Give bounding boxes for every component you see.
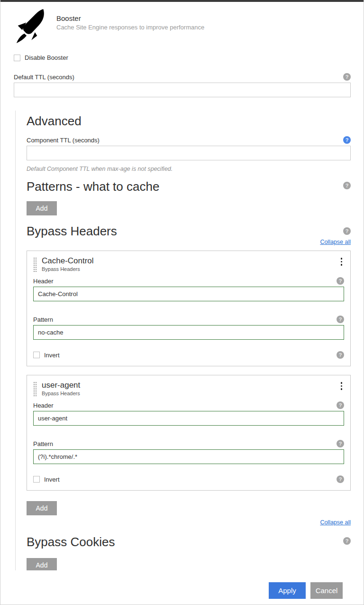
bypass-cookies-heading: Bypass Cookies xyxy=(27,533,115,550)
help-icon[interactable]: ? xyxy=(337,277,344,285)
card-title: user-agent xyxy=(42,381,339,390)
help-icon[interactable]: ? xyxy=(343,136,351,144)
invert-checkbox[interactable] xyxy=(33,352,40,358)
card-head: user-agent Bypass Headers xyxy=(33,381,344,396)
pattern-label-row: Pattern ? xyxy=(33,439,344,448)
bypass-header-card-cache-control: Cache-Control Bypass Headers Header ? Pa… xyxy=(27,251,351,366)
header-label-row: Header ? xyxy=(33,277,344,285)
component-ttl-note: Default Component TTL when max-age is no… xyxy=(27,166,351,172)
pattern-label: Pattern xyxy=(33,316,53,323)
default-ttl-label-row: Default TTL (seconds) ? xyxy=(14,73,351,81)
bypass-headers-heading: Bypass Headers xyxy=(27,223,117,239)
add-bypass-cookie-button[interactable]: Add xyxy=(27,558,57,570)
help-icon[interactable]: ? xyxy=(343,182,351,189)
card-subtitle: Bypass Headers xyxy=(42,391,339,396)
collapse-all-link[interactable]: Collapse all xyxy=(320,239,351,246)
help-icon[interactable]: ? xyxy=(337,316,344,323)
advanced-heading: Advanced xyxy=(27,111,351,130)
help-icon[interactable]: ? xyxy=(343,73,351,81)
component-ttl-label-row: Component TTL (seconds) ? xyxy=(27,136,351,144)
help-icon[interactable]: ? xyxy=(337,475,344,483)
cancel-button[interactable]: Cancel xyxy=(310,582,343,599)
kebab-menu-icon[interactable] xyxy=(339,256,345,267)
help-icon[interactable]: ? xyxy=(337,401,344,409)
collapse-all-row-top: Collapse all xyxy=(27,239,351,246)
card-title: Cache-Control xyxy=(42,256,339,265)
drag-handle-icon[interactable] xyxy=(33,382,37,396)
help-icon[interactable]: ? xyxy=(337,351,344,359)
pattern-input[interactable] xyxy=(33,449,344,464)
invert-checkbox[interactable] xyxy=(33,476,40,483)
card-head: Cache-Control Bypass Headers xyxy=(33,256,344,272)
action-footer: Apply Cancel xyxy=(0,582,364,599)
component-ttl-label: Component TTL (seconds) xyxy=(27,137,100,144)
default-ttl-input[interactable] xyxy=(14,83,351,97)
header-label: Header xyxy=(33,402,54,409)
add-bypass-header-button[interactable]: Add xyxy=(27,501,57,515)
pattern-input[interactable] xyxy=(33,325,344,340)
invert-label: Invert xyxy=(44,352,60,359)
default-ttl-label: Default TTL (seconds) xyxy=(14,74,74,81)
header-input[interactable] xyxy=(33,287,344,301)
invert-checkbox-row[interactable]: Invert xyxy=(33,352,60,359)
page-title: Booster xyxy=(56,14,204,22)
help-icon[interactable]: ? xyxy=(337,440,344,447)
advanced-group: Advanced Component TTL (seconds) ? Defau… xyxy=(15,111,351,570)
rocket-icon xyxy=(14,9,53,44)
collapse-all-row-bottom: Collapse all xyxy=(27,519,351,527)
apply-button[interactable]: Apply xyxy=(269,582,306,599)
bypass-header-card-user-agent: user-agent Bypass Headers Header ? Patte… xyxy=(27,375,351,491)
invert-checkbox-row[interactable]: Invert xyxy=(33,476,60,483)
disable-booster-label: Disable Booster xyxy=(25,54,68,61)
card-titles: user-agent Bypass Headers xyxy=(42,381,339,396)
card-titles: Cache-Control Bypass Headers xyxy=(42,256,339,272)
add-pattern-button[interactable]: Add xyxy=(27,201,57,215)
header-label: Header xyxy=(33,278,54,285)
patterns-section-head: Patterns - what to cache ? xyxy=(27,178,351,195)
invert-label: Invert xyxy=(44,476,60,483)
kebab-menu-icon[interactable] xyxy=(339,381,345,391)
help-icon[interactable]: ? xyxy=(343,227,351,235)
header-label-row: Header ? xyxy=(33,401,344,410)
component-ttl-input[interactable] xyxy=(27,146,351,160)
settings-content: Booster Cache Site Engine responses to i… xyxy=(0,9,364,570)
card-subtitle: Bypass Headers xyxy=(42,266,339,272)
collapse-all-link[interactable]: Collapse all xyxy=(320,519,351,527)
bypass-cookies-section-head: Bypass Cookies ? xyxy=(27,533,351,550)
pattern-label: Pattern xyxy=(33,440,53,447)
page-header: Booster Cache Site Engine responses to i… xyxy=(14,9,351,44)
header-titles: Booster Cache Site Engine responses to i… xyxy=(56,14,204,31)
header-input[interactable] xyxy=(33,411,344,426)
invert-row: Invert ? xyxy=(33,475,344,484)
drag-handle-icon[interactable] xyxy=(33,257,37,272)
patterns-heading: Patterns - what to cache xyxy=(27,178,159,195)
pattern-label-row: Pattern ? xyxy=(33,315,344,324)
page-subtitle: Cache Site Engine responses to improve p… xyxy=(56,24,204,31)
disable-booster-checkbox[interactable] xyxy=(14,55,20,61)
bypass-headers-section-head: Bypass Headers ? xyxy=(27,223,351,239)
booster-settings-page: Booster Cache Site Engine responses to i… xyxy=(0,0,364,605)
invert-row: Invert ? xyxy=(33,351,344,359)
disable-booster-row[interactable]: Disable Booster xyxy=(14,54,351,61)
help-icon[interactable]: ? xyxy=(343,537,351,545)
top-accent-bar xyxy=(0,0,364,2)
